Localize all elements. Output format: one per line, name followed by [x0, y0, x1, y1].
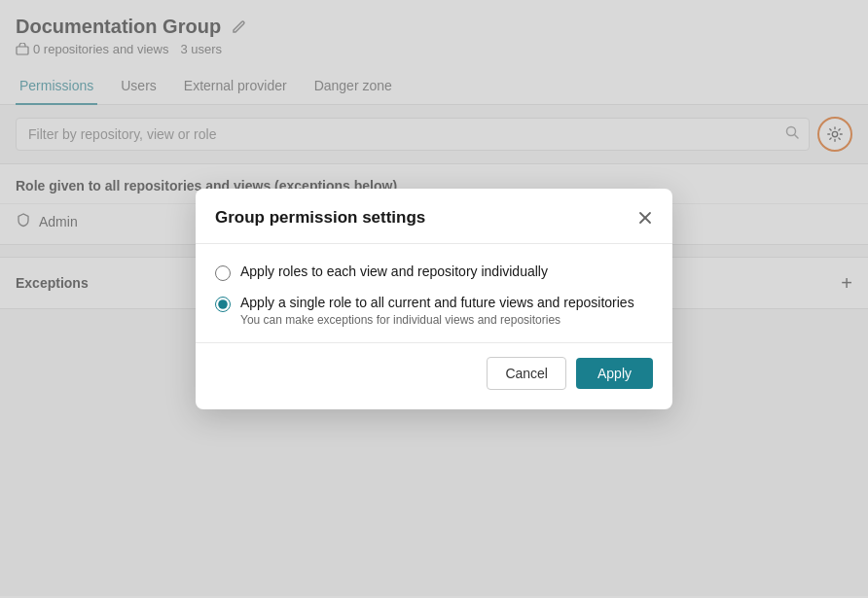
apply-button[interactable]: Apply [576, 358, 653, 389]
modal-overlay: Group permission settings Apply roles to… [0, 0, 868, 598]
cancel-button[interactable]: Cancel [487, 357, 566, 390]
radio-individual-text: Apply roles to each view and repository … [240, 264, 548, 279]
radio-individual-label: Apply roles to each view and repository … [240, 264, 548, 279]
page-background: Documentation Group 0 repositories and v… [0, 0, 868, 598]
modal-footer: Cancel Apply [196, 342, 672, 409]
radio-single-label: Apply a single role to all current and f… [240, 295, 634, 310]
radio-option-single[interactable]: Apply a single role to all current and f… [215, 295, 653, 327]
radio-single-sublabel: You can make exceptions for individual v… [240, 313, 634, 327]
radio-individual[interactable] [215, 265, 231, 281]
close-icon [637, 210, 653, 226]
radio-single-text: Apply a single role to all current and f… [240, 295, 634, 327]
radio-option-individual[interactable]: Apply roles to each view and repository … [215, 264, 653, 281]
modal-header: Group permission settings [196, 189, 672, 244]
modal-close-button[interactable] [637, 210, 653, 226]
modal-body: Apply roles to each view and repository … [196, 244, 672, 342]
modal-dialog: Group permission settings Apply roles to… [196, 189, 672, 409]
modal-title: Group permission settings [215, 208, 425, 228]
radio-single[interactable] [215, 297, 231, 312]
